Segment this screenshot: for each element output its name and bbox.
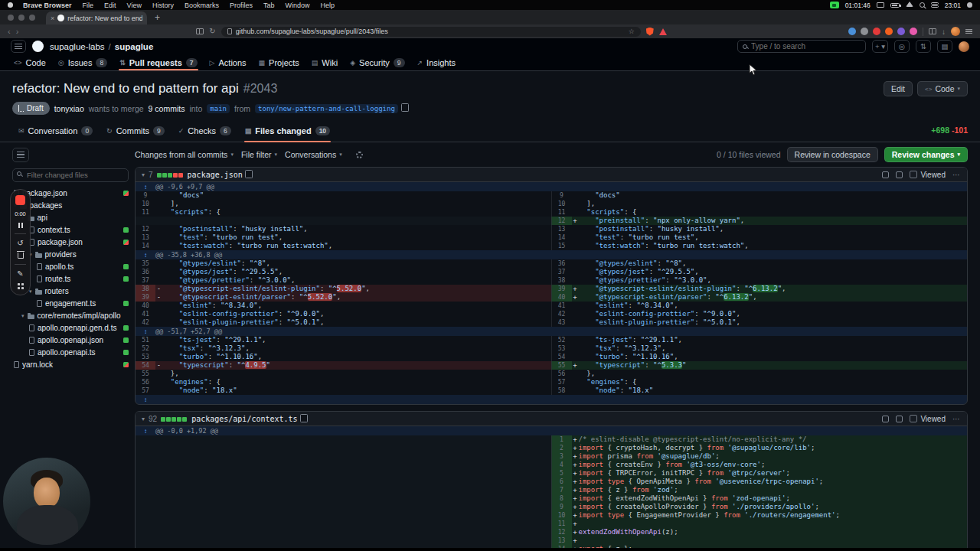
dropdown-conversations[interactable]: Conversations ▾ xyxy=(285,150,342,159)
copy-path-icon[interactable] xyxy=(302,416,308,422)
line-number[interactable]: 12 xyxy=(551,528,572,536)
line-number[interactable]: 10 xyxy=(551,511,572,520)
display-icon[interactable] xyxy=(877,2,884,8)
line-number[interactable]: 36 xyxy=(136,268,155,276)
line-number[interactable]: 38 xyxy=(136,285,155,293)
diff-settings-gear-icon[interactable] xyxy=(356,152,363,158)
line-number[interactable]: 9 xyxy=(551,191,572,200)
inbox-icon-button[interactable]: ▤ xyxy=(937,40,952,53)
extension-icon[interactable] xyxy=(910,28,917,35)
wifi-icon[interactable] xyxy=(906,2,913,7)
line-number[interactable]: 3 xyxy=(551,452,572,461)
control-center-icon[interactable] xyxy=(931,2,939,8)
line-number[interactable]: 54 xyxy=(136,361,155,370)
display-rich-diff-icon[interactable] xyxy=(882,416,889,422)
global-search[interactable] xyxy=(737,40,866,53)
browser-menu-icon[interactable] xyxy=(965,29,972,34)
menu-item-profiles[interactable]: Profiles xyxy=(224,2,258,9)
pause-recording-icon[interactable] xyxy=(18,223,23,228)
breadcrumb-org[interactable]: supaglue-labs xyxy=(50,42,105,51)
create-new-button[interactable]: + ▾ xyxy=(872,40,888,53)
expand-diff-icon[interactable]: ↕ xyxy=(136,396,155,403)
pr-author[interactable]: tonyxiao xyxy=(54,104,84,113)
browser-profile-avatar[interactable] xyxy=(951,27,960,36)
comment-icon[interactable] xyxy=(896,416,903,422)
line-number[interactable]: 11 xyxy=(551,520,572,528)
line-number[interactable]: 52 xyxy=(136,344,155,353)
nav-tab-insights[interactable]: ↗Insights xyxy=(411,54,462,70)
line-number[interactable]: 38 xyxy=(551,276,572,285)
extension-icon[interactable] xyxy=(861,28,868,35)
base-branch-label[interactable]: main xyxy=(207,104,230,113)
file-tree-item[interactable]: apollo.openapi.ts xyxy=(12,347,129,359)
line-number[interactable]: 56 xyxy=(136,378,155,386)
line-number[interactable]: 11 xyxy=(136,208,155,217)
line-number[interactable]: 58 xyxy=(551,386,572,395)
menu-item-file[interactable]: File xyxy=(77,2,100,9)
github-logo-icon[interactable] xyxy=(32,41,44,52)
search-input[interactable] xyxy=(751,42,861,51)
pr-tab-conversation[interactable]: ✉Conversation0 xyxy=(12,126,99,142)
apple-menu-icon[interactable] xyxy=(8,2,13,8)
recorder-apps-icon[interactable] xyxy=(18,283,24,289)
collapse-file-icon[interactable]: ▾ xyxy=(142,171,145,178)
dropdown-file-filter[interactable]: File filter ▾ xyxy=(241,150,277,159)
line-number[interactable]: 37 xyxy=(551,268,572,276)
reload-button[interactable]: ↻ xyxy=(209,28,215,35)
line-number[interactable]: 53 xyxy=(551,344,572,353)
line-number[interactable]: 42 xyxy=(551,310,572,318)
line-number[interactable]: 10 xyxy=(136,200,155,208)
line-number[interactable]: 39 xyxy=(551,285,572,293)
line-number[interactable]: 36 xyxy=(551,259,572,268)
line-number[interactable]: 35 xyxy=(136,259,155,268)
tab-close-icon[interactable]: × xyxy=(51,15,54,22)
window-close-button[interactable] xyxy=(8,15,14,21)
line-number[interactable]: 57 xyxy=(136,386,155,395)
line-number[interactable]: 55 xyxy=(136,370,155,378)
global-nav-menu-button[interactable] xyxy=(11,40,26,53)
file-tree-item[interactable]: apollo.openapi.gen.d.ts xyxy=(12,322,129,334)
pr-tab-commits[interactable]: ↻Commits9 xyxy=(100,126,171,142)
battery-icon[interactable] xyxy=(890,3,900,8)
copy-branch-icon[interactable] xyxy=(403,105,409,112)
copy-path-icon[interactable] xyxy=(247,171,253,178)
line-number[interactable]: 40 xyxy=(136,302,155,310)
extension-icon[interactable] xyxy=(885,28,893,35)
nav-tab-wiki[interactable]: ▤Wiki xyxy=(305,54,344,70)
menu-item-brave-browser[interactable]: Brave Browser xyxy=(18,2,77,9)
display-rich-diff-icon[interactable] xyxy=(882,171,889,178)
file-tree-toggle-button[interactable] xyxy=(12,148,29,162)
menu-item-edit[interactable]: Edit xyxy=(99,2,122,9)
stop-recording-button[interactable] xyxy=(15,195,25,205)
file-tree-item[interactable]: engagement.ts xyxy=(12,298,129,310)
code-dropdown-button[interactable]: <>Code▾ xyxy=(917,81,968,96)
commits-count[interactable]: 9 commits xyxy=(149,104,185,113)
line-number[interactable]: 1 xyxy=(551,435,572,444)
pr-tab-checks[interactable]: ✓Checks6 xyxy=(172,126,237,142)
expand-diff-icon[interactable]: ↕ xyxy=(136,252,155,259)
line-number[interactable]: 12 xyxy=(136,225,155,233)
line-number[interactable]: 13 xyxy=(136,233,155,242)
collapse-file-icon[interactable]: ▾ xyxy=(142,416,145,422)
menu-item-help[interactable]: Help xyxy=(315,2,341,9)
line-number[interactable]: 4 xyxy=(551,461,572,469)
expand-diff-icon[interactable]: ↕ xyxy=(136,428,155,435)
dropdown-changes-from-all-commits[interactable]: Changes from all commits ▾ xyxy=(135,150,234,159)
line-number[interactable]: 52 xyxy=(551,336,572,344)
viewed-checkbox[interactable]: Viewed xyxy=(910,171,946,179)
nav-tab-actions[interactable]: ▷Actions xyxy=(204,54,253,70)
line-number[interactable]: 9 xyxy=(551,503,572,511)
file-name[interactable]: packages/api/context.ts xyxy=(191,415,297,423)
menu-item-window[interactable]: Window xyxy=(280,2,315,9)
chevron-down-icon[interactable]: ▾ xyxy=(21,313,24,319)
window-minimize-button[interactable] xyxy=(18,15,24,21)
line-number[interactable]: 41 xyxy=(551,302,572,310)
file-options-kebab-icon[interactable]: ⋯ xyxy=(952,415,961,423)
line-number[interactable]: 40 xyxy=(551,293,572,302)
edit-button[interactable]: Edit xyxy=(884,81,913,96)
reading-list-icon[interactable] xyxy=(929,28,936,34)
review-changes-button[interactable]: Review changes▾ xyxy=(884,147,968,162)
camera-icon[interactable] xyxy=(967,2,972,8)
file-tree-item[interactable]: ▾core/remotes/impl/apollo xyxy=(12,310,129,322)
pull-requests-icon-button[interactable]: ⇅ xyxy=(916,40,931,53)
